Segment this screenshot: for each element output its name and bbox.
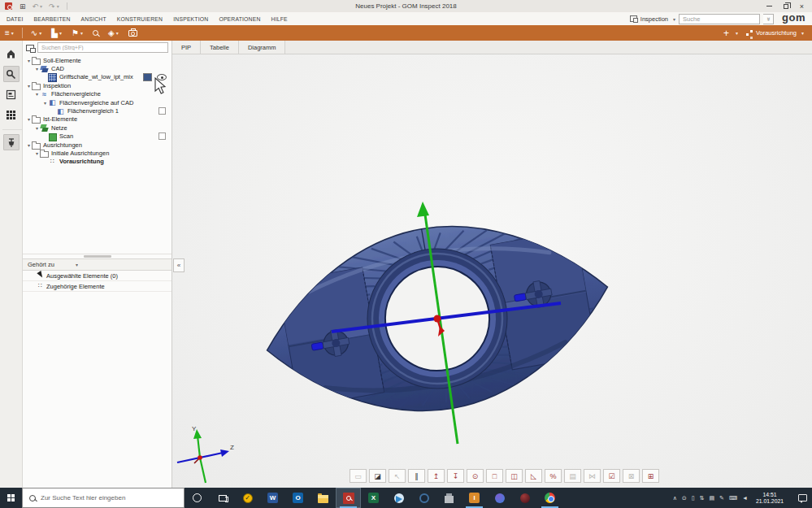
tray-icon-2[interactable]: ▯ xyxy=(692,495,695,501)
element-list-icon[interactable] xyxy=(26,45,34,51)
menu-datei[interactable]: DATEI xyxy=(7,16,24,22)
explorer-search-input[interactable] xyxy=(37,42,168,53)
expander-icon[interactable]: ▾ xyxy=(34,66,40,72)
mirror-button[interactable]: ∥ xyxy=(408,469,425,483)
redo-caret-icon[interactable]: ▾ xyxy=(57,3,59,9)
tray-icon-7[interactable]: ◄ xyxy=(742,495,748,501)
belongs-row[interactable]: Ausgewählte Elemente (0) xyxy=(23,271,172,281)
shading-button[interactable]: ◪ xyxy=(369,469,386,483)
zoom-tool-button[interactable] xyxy=(88,25,103,41)
notification-center-button[interactable] xyxy=(798,494,807,501)
add-element-caret-icon[interactable]: ▾ xyxy=(736,30,738,36)
expander-icon[interactable]: ▾ xyxy=(26,142,32,148)
flag-tool-button[interactable]: ⚑▾ xyxy=(67,25,88,41)
tree-item[interactable]: Griffschale_wt_low_ipt_mix xyxy=(23,73,172,81)
add-element-button[interactable]: + xyxy=(722,28,731,39)
taskbar-app-inventor[interactable]: I xyxy=(462,488,487,508)
tree-item[interactable]: ▾Netze xyxy=(23,124,172,132)
restore-button[interactable] xyxy=(784,2,788,11)
taskbar-clock[interactable]: 14:51 21.01.2021 xyxy=(756,492,784,505)
color-swatch[interactable] xyxy=(143,73,152,81)
collapse-panel-button[interactable]: « xyxy=(173,258,185,272)
viewport-tab-diagramm[interactable]: Diagramm xyxy=(239,41,286,54)
taskbar-app-red-sphere-app[interactable] xyxy=(512,488,537,508)
menu-operationen[interactable]: OPERATIONEN xyxy=(219,16,260,22)
tree-item[interactable]: ▾Ausrichtungen xyxy=(23,141,172,149)
visibility-button[interactable]: ⊙ xyxy=(467,469,484,483)
tree-item[interactable]: ▾CAD xyxy=(23,64,172,72)
belongs-header[interactable]: Gehört zu ▾ xyxy=(23,258,172,271)
taskbar-app-outlook[interactable]: O xyxy=(285,488,310,508)
expander-icon[interactable]: ▾ xyxy=(26,83,32,89)
tree-item[interactable]: ▾◧Flächenvergleiche auf CAD xyxy=(23,98,172,106)
viewport-tab-pip[interactable]: PIP xyxy=(172,41,201,54)
tree-item[interactable]: ▾Ist-Elemente xyxy=(23,115,172,124)
align-up-button[interactable]: ↥ xyxy=(428,469,445,483)
taskbar-app-photos-app[interactable] xyxy=(487,488,512,508)
taskbar-search[interactable]: Zur Suche Text hier eingeben xyxy=(22,488,185,508)
active-alignment-selector[interactable]: Vorausrichtung xyxy=(756,29,797,37)
start-button[interactable] xyxy=(0,488,22,508)
taskbar-app-excel[interactable]: X xyxy=(361,488,386,508)
menu-inspektion[interactable]: INSPEKTION xyxy=(173,16,208,22)
taskbar-app-word[interactable]: W xyxy=(260,488,285,508)
taskbar-app-cad-app[interactable] xyxy=(386,488,411,508)
belongs-row[interactable]: ∷Zugehörige Elemente xyxy=(23,281,172,292)
tree-item[interactable]: ◧Flächenvergleich 1 xyxy=(23,106,172,115)
expander-icon[interactable]: ▾ xyxy=(34,150,40,156)
workspace-caret-icon[interactable]: ▾ xyxy=(673,16,675,22)
redo-button[interactable]: ↷▾ xyxy=(49,2,59,11)
tray-icon-5[interactable]: ✎ xyxy=(719,495,724,501)
navigation-tool-caret-icon[interactable]: ▾ xyxy=(116,30,119,36)
expander-icon[interactable]: ▾ xyxy=(42,100,48,106)
section-tool-caret-icon[interactable]: ▾ xyxy=(39,30,41,36)
tree-item[interactable]: Scan xyxy=(23,132,172,141)
taskbar-app-printer-app[interactable] xyxy=(436,488,462,508)
measure-button[interactable]: ◺ xyxy=(525,469,542,483)
taskbar-app-chrome[interactable] xyxy=(537,488,562,508)
tree-item[interactable]: ▾Soll-Elemente xyxy=(23,56,172,64)
sidebar-item-table[interactable] xyxy=(3,106,20,123)
project-window-icon[interactable]: ⊞ xyxy=(20,2,26,11)
navigation-tool-button[interactable]: ◈▾ xyxy=(103,25,124,41)
snapshot-tool-button[interactable] xyxy=(124,25,142,41)
tree-item[interactable]: ▾Inspektion xyxy=(23,81,172,89)
undo-button[interactable]: ↶▾ xyxy=(33,2,43,11)
belongs-caret-icon[interactable]: ▾ xyxy=(76,262,78,267)
visibility-checkbox[interactable] xyxy=(158,132,166,140)
sidebar-item-search[interactable] xyxy=(3,66,20,82)
3d-scene[interactable]: Y Z xyxy=(172,41,812,488)
histogram-tool-button[interactable]: ▙▾ xyxy=(46,25,67,41)
global-search-input[interactable] xyxy=(679,14,760,24)
taskbar-app-file-explorer[interactable] xyxy=(310,488,336,508)
sidebar-item-pin[interactable] xyxy=(3,134,20,150)
menu-konstruieren[interactable]: KONSTRUIEREN xyxy=(117,16,163,22)
expander-icon[interactable]: ▾ xyxy=(34,125,40,131)
layout-button[interactable]: ⊞ xyxy=(642,469,659,483)
alignment-caret-icon[interactable]: ▾ xyxy=(801,30,804,36)
tree-item[interactable]: ▾Initiale Ausrichtungen xyxy=(23,149,172,157)
align-down-button[interactable]: ↧ xyxy=(447,469,464,483)
close-button[interactable]: × xyxy=(800,2,804,11)
undo-caret-icon[interactable]: ▾ xyxy=(40,3,42,9)
main-menu-button[interactable]: ≡▾ xyxy=(0,25,19,41)
tray-icon-4[interactable]: ▤ xyxy=(709,495,714,501)
sidebar-item-home[interactable] xyxy=(3,46,20,62)
expander-icon[interactable]: ▾ xyxy=(34,91,40,97)
minimize-button[interactable] xyxy=(766,2,772,11)
menu-bearbeiten[interactable]: BEARBEITEN xyxy=(34,16,71,22)
flag-tool-caret-icon[interactable]: ▾ xyxy=(80,30,83,36)
workspace-selector[interactable]: Inspection xyxy=(640,15,668,23)
menu-hilfe[interactable]: HILFE xyxy=(271,16,288,22)
deviation-button[interactable]: % xyxy=(545,469,562,483)
edit-button[interactable]: ☑ xyxy=(603,469,620,483)
3d-viewport[interactable]: PIPTabelleDiagramm « xyxy=(172,41,812,488)
sidebar-item-report[interactable] xyxy=(3,86,20,102)
tray-icon-1[interactable]: ⊙ xyxy=(682,495,687,501)
tray-icon-0[interactable]: ∧ xyxy=(673,495,677,501)
poly-select-button[interactable]: ◫ xyxy=(506,469,523,483)
histogram-tool-caret-icon[interactable]: ▾ xyxy=(59,30,62,36)
tree-item[interactable]: ∷Vorausrichtung xyxy=(23,158,172,166)
expander-icon[interactable]: ▾ xyxy=(26,116,32,122)
taskbar-app-norton[interactable]: ✓ xyxy=(235,488,260,508)
